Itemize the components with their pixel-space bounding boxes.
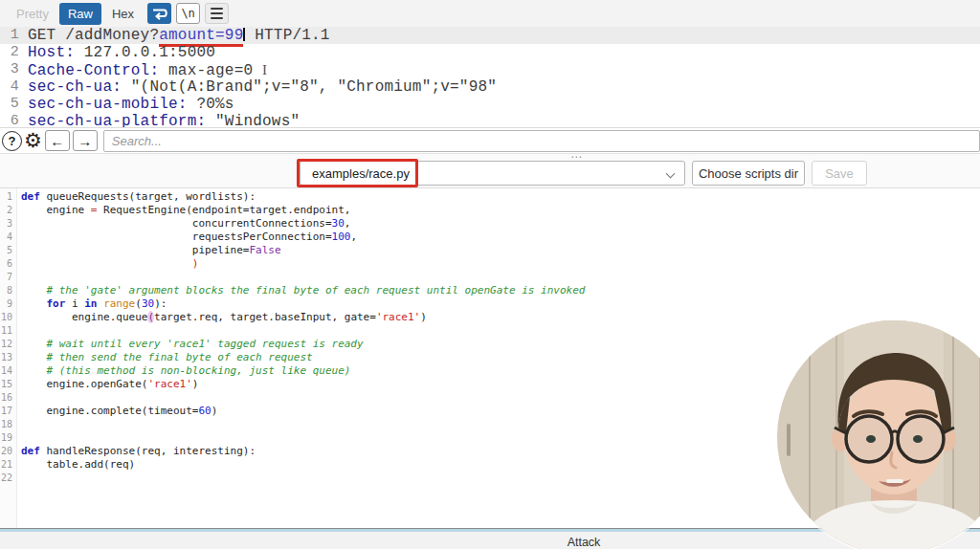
code-line: 2 engine = RequestEngine(endpoint=target…: [0, 204, 980, 217]
forward-arrow-icon: →: [78, 133, 92, 149]
request-line: 4sec-ch-ua: "(Not(A:Brand";v="8", "Chrom…: [0, 78, 980, 96]
help-icon[interactable]: ?: [2, 131, 22, 151]
attack-button-label: Attack: [568, 536, 601, 549]
code-line: 7: [0, 271, 980, 284]
back-arrow-icon: ←: [50, 133, 64, 149]
request-editor-tabbar: Pretty Raw Hex \n: [0, 0, 980, 27]
request-line: 2Host: 127.0.0.1:5000: [0, 44, 980, 61]
turbo-intruder-window: Pretty Raw Hex \n 1GET /addMoney?amount=…: [0, 0, 980, 549]
menu-icon: [211, 8, 223, 19]
tab-hex[interactable]: Hex: [103, 3, 143, 25]
code-line: 4 requestsPerConnection=100,: [0, 231, 980, 244]
code-line: 8 # the 'gate' argument blocks the final…: [0, 284, 980, 297]
script-header: ⋯ examples/race.py Choose scripts dir Sa…: [0, 153, 980, 188]
code-line: 3 concurrentConnections=30,: [0, 217, 980, 231]
forward-arrow-button[interactable]: →: [73, 130, 98, 151]
code-line: 9 for i in range(30):: [0, 297, 980, 311]
request-line: 5sec-ch-ua-mobile: ?0%s: [0, 96, 980, 113]
request-line: 3Cache-Control: max-age=0 I: [0, 61, 980, 78]
choose-scripts-dir-button[interactable]: Choose scripts dir: [692, 161, 805, 186]
code-line: 10 engine.queue(target.req, target.baseI…: [0, 311, 980, 324]
search-input[interactable]: [103, 130, 980, 152]
request-line: 1GET /addMoney?amount=99 HTTP/1.1: [0, 27, 980, 44]
tab-raw[interactable]: Raw: [59, 3, 101, 25]
code-line: 1def queueRequests(target, wordlists):: [0, 190, 980, 204]
request-line: 6sec-ch-ua-platform: "Windows": [0, 113, 980, 127]
newline-icon: \n: [181, 7, 194, 20]
code-line: 5 pipeline=False: [0, 244, 980, 257]
http-request-editor[interactable]: 1GET /addMoney?amount=99 HTTP/1.12Host: …: [0, 27, 980, 127]
search-toolbar: ? ⚙ ← →: [0, 127, 980, 153]
newline-toggle-button[interactable]: \n: [176, 3, 200, 24]
wrap-lines-button[interactable]: [147, 3, 171, 24]
code-line: 11: [0, 324, 980, 338]
script-select-value: examples/race.py: [312, 166, 410, 181]
chevron-down-icon: [666, 169, 676, 179]
gear-icon[interactable]: ⚙: [24, 129, 42, 152]
tab-pretty[interactable]: Pretty: [8, 3, 57, 25]
wrap-lines-icon: [150, 6, 168, 22]
back-arrow-button[interactable]: ←: [45, 130, 70, 151]
script-select-dropdown[interactable]: examples/race.py: [300, 161, 685, 186]
request-menu-button[interactable]: [205, 3, 229, 24]
code-line: 6 ): [0, 257, 980, 271]
save-button[interactable]: Save: [812, 161, 867, 186]
